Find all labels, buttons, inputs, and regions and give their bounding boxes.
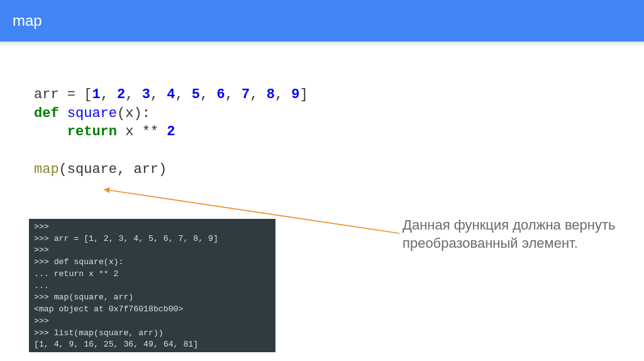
code-args: (x): xyxy=(117,106,150,121)
slide-header: map xyxy=(0,0,644,42)
terminal-line: ... return x ** 2 xyxy=(34,269,270,280)
code-num: 2 xyxy=(117,87,125,103)
terminal-line: >>> arr = [1, 2, 3, 4, 5, 6, 7, 8, 9] xyxy=(34,233,270,245)
code-num: 8 xyxy=(267,87,275,103)
code-keyword: def xyxy=(34,106,59,121)
terminal-line: ... xyxy=(34,280,270,292)
code-num: 7 xyxy=(242,87,250,103)
code-text: x ** xyxy=(117,124,167,140)
code-num: 9 xyxy=(291,87,299,103)
code-keyword: return xyxy=(67,124,117,140)
terminal-line: [1, 4, 9, 16, 25, 36, 49, 64, 81] xyxy=(34,339,270,351)
terminal-line: >>> xyxy=(34,316,270,328)
annotation-text: Данная функция должна вернуть преобразов… xyxy=(402,216,616,252)
terminal-line: <map object at 0x7f76018bcb00> xyxy=(34,304,270,316)
code-num: 6 xyxy=(216,87,225,103)
code-num: 1 xyxy=(92,87,100,103)
code-fn-name: square xyxy=(67,106,117,121)
code-num: 4 xyxy=(167,87,175,103)
terminal-output: >>> >>> arr = [1, 2, 3, 4, 5, 6, 7, 8, 9… xyxy=(29,219,275,352)
code-num: 2 xyxy=(167,124,175,140)
code-text: arr = [ xyxy=(34,87,92,103)
terminal-line: >>> xyxy=(34,245,270,257)
terminal-line: >>> xyxy=(34,221,270,233)
terminal-line: >>> def square(x): xyxy=(34,257,270,269)
terminal-line: >>> map(square, arr) xyxy=(34,292,270,304)
code-num: 3 xyxy=(142,87,150,103)
code-num: 5 xyxy=(192,87,200,103)
code-text: ] xyxy=(300,87,308,103)
slide-title: map xyxy=(13,12,42,30)
slide-content: arr = [1, 2, 3, 4, 5, 6, 7, 8, 9] def sq… xyxy=(0,42,644,361)
code-map-fn: map xyxy=(34,162,59,177)
terminal-line: >>> list(map(square, arr)) xyxy=(34,328,270,340)
code-map-args: (square, arr) xyxy=(59,162,167,177)
code-example: arr = [1, 2, 3, 4, 5, 6, 7, 8, 9] def sq… xyxy=(34,86,308,179)
